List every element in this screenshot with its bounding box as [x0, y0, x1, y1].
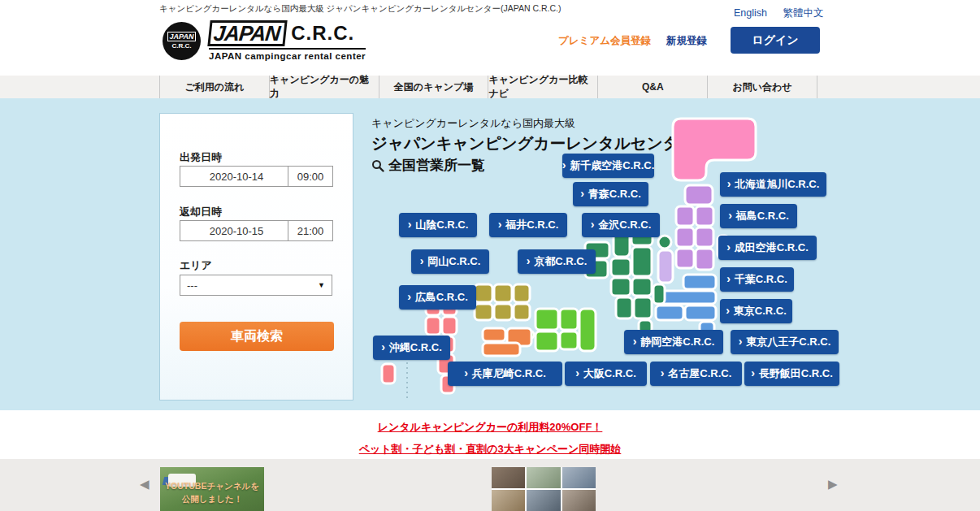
branch-button-shinchitose[interactable]: ›新千歳空港C.R.C.	[562, 154, 654, 178]
branch-label: 兵庫尼崎C.R.C.	[472, 366, 546, 381]
branch-button-narita[interactable]: ›成田空港C.R.C.	[718, 236, 817, 260]
carousel-prev-button[interactable]: ◀	[140, 477, 150, 492]
branch-button-nagano-iida[interactable]: ›長野飯田C.R.C.	[744, 362, 839, 386]
branch-button-hyogo-amagasaki[interactable]: ›兵庫尼崎C.R.C.	[448, 362, 562, 386]
branch-button-osaka[interactable]: ›大阪C.R.C.	[565, 362, 647, 386]
chevron-right-icon: ›	[498, 219, 502, 230]
area-label: エリア	[180, 258, 212, 273]
collage-photo	[527, 467, 560, 488]
site-tagline: キャンピングカーレンタルなら国内最大級 ジャパンキャンピングカーレンタルセンター…	[159, 3, 562, 15]
campaign-link-3campaigns[interactable]: ペット割・子ども割・直割の3大キャンペーン同時開始	[0, 442, 980, 457]
chevron-right-icon: ›	[739, 336, 743, 347]
signup-link[interactable]: 新規登録	[666, 34, 707, 48]
logo-badge-icon: JAPAN C.R.C.	[163, 22, 201, 60]
chevron-right-icon: ›	[580, 188, 584, 199]
branch-button-hiroshima[interactable]: ›広島C.R.C.	[399, 285, 476, 310]
branch-button-okinawa[interactable]: ›沖縄C.R.C.	[373, 336, 450, 360]
branch-button-asahikawa[interactable]: ›北海道旭川C.R.C.	[720, 172, 826, 197]
branch-button-fukushima[interactable]: ›福島C.R.C.	[720, 204, 797, 228]
branch-label: 福島C.R.C.	[736, 209, 789, 223]
branch-label: 広島C.R.C.	[415, 290, 468, 305]
banner-youtube-line1: YOUTUBEチャンネルを	[160, 480, 264, 493]
branch-label: 金沢C.R.C.	[598, 218, 651, 232]
branch-label: 青森C.R.C.	[588, 187, 641, 201]
branch-button-kanazawa[interactable]: ›金沢C.R.C.	[582, 213, 660, 237]
language-switcher: English 繁體中文	[734, 6, 836, 20]
logo-wordmark-japan: JAPAN	[207, 20, 288, 46]
branch-button-hachioji[interactable]: ›東京八王子C.R.C.	[731, 330, 839, 354]
chevron-right-icon: ›	[575, 367, 579, 379]
main-section: 出発日時 返却日時 エリア --- ▼ 車両検索 キャンピングカーレン	[0, 98, 980, 410]
chevron-right-icon: ›	[420, 255, 424, 266]
logo-wordmark-crc: C.R.C.	[291, 24, 354, 43]
collage-photo	[492, 490, 525, 511]
branch-label: 岡山C.R.C.	[427, 254, 480, 269]
return-time-input[interactable]	[288, 220, 333, 241]
chevron-right-icon: ›	[591, 219, 595, 230]
carousel-next-button[interactable]: ▶	[828, 477, 838, 492]
banner-photo-collage[interactable]	[492, 467, 596, 511]
chevron-right-icon: ›	[661, 367, 665, 379]
chevron-right-icon: ›	[751, 367, 755, 379]
return-label: 返却日時	[180, 205, 222, 219]
banner-youtube[interactable]: YOUTUBEチャンネルを 公開しました！	[160, 467, 264, 511]
branch-button-aomori[interactable]: ›青森C.R.C.	[573, 182, 648, 206]
lang-chinese-link[interactable]: 繁體中文	[783, 7, 823, 19]
logo-caption: JAPAN campingcar rental center	[209, 51, 366, 61]
chevron-right-icon: ›	[727, 178, 731, 189]
map-region-chugoku	[475, 284, 530, 320]
branch-button-nagoya[interactable]: ›名古屋C.R.C.	[650, 362, 742, 386]
branch-label: 京都C.R.C.	[534, 254, 587, 269]
branch-button-sanin[interactable]: ›山陰C.R.C.	[399, 213, 477, 237]
banner-youtube-line2: 公開しました！	[160, 493, 264, 506]
nav-item-compare[interactable]: キャンピングカー比較ナビ	[488, 76, 597, 98]
branch-label: 静岡空港C.R.C.	[640, 335, 714, 349]
main-nav: ご利用の流れ キャンピングカーの魅力 全国のキャンプ場 キャンピングカー比較ナビ…	[0, 76, 980, 98]
branch-button-shizuoka-airport[interactable]: ›静岡空港C.R.C.	[624, 330, 723, 354]
departure-time-input[interactable]	[288, 166, 333, 187]
chevron-right-icon: ›	[633, 336, 637, 347]
departure-label: 出発日時	[180, 150, 222, 165]
area-select[interactable]: --- ▼	[180, 275, 332, 296]
nav-item-campsites[interactable]: 全国のキャンプ場	[379, 76, 488, 98]
departure-date-input[interactable]	[180, 166, 293, 187]
chevron-right-icon: ›	[527, 255, 531, 266]
premium-signup-link[interactable]: プレミアム会員登録	[558, 34, 651, 48]
vehicle-search-button[interactable]: 車両検索	[180, 322, 334, 351]
caret-down-icon: ▼	[318, 281, 325, 289]
collage-photo	[527, 490, 560, 511]
banner-carousel: ◀ YOUTUBEチャンネルを 公開しました！ ★★★★★ くるまの旅 新発想キ…	[0, 459, 980, 511]
nav-item-contact[interactable]: お問い合わせ	[707, 76, 817, 98]
campaign-link-20off[interactable]: レンタルキャンピングカーの利用料20%OFF！	[0, 420, 980, 435]
branch-label: 成田空港C.R.C.	[735, 240, 809, 255]
branch-label: 東京C.R.C.	[734, 304, 787, 318]
chevron-right-icon: ›	[407, 291, 411, 302]
branch-label: 新千歳空港C.R.C.	[570, 158, 654, 173]
site-logo[interactable]: JAPAN C.R.C. JAPAN C.R.C. JAPAN campingc…	[163, 21, 366, 60]
branch-button-okayama[interactable]: ›岡山C.R.C.	[411, 249, 489, 274]
collage-photo	[492, 467, 525, 488]
search-panel: 出発日時 返却日時 エリア --- ▼ 車両検索	[159, 113, 353, 401]
branch-label: 東京八王子C.R.C.	[746, 335, 830, 349]
branch-label: 福井C.R.C.	[505, 218, 558, 232]
nav-item-qa[interactable]: Q&A	[597, 76, 707, 98]
chevron-right-icon: ›	[726, 305, 730, 316]
branch-button-chiba[interactable]: ›千葉C.R.C.	[720, 267, 794, 292]
nav-item-flow[interactable]: ご利用の流れ	[159, 76, 269, 98]
branch-label: 沖縄C.R.C.	[389, 340, 442, 355]
map-region-shikoku	[483, 328, 531, 356]
branch-label: 千葉C.R.C.	[735, 272, 787, 287]
nav-item-appeal[interactable]: キャンピングカーの魅力	[269, 76, 379, 98]
branch-button-kyoto[interactable]: ›京都C.R.C.	[518, 249, 596, 274]
chevron-right-icon: ›	[726, 273, 731, 284]
logo-badge-bottom: C.R.C.	[172, 42, 192, 50]
branch-button-tokyo[interactable]: ›東京C.R.C.	[720, 299, 792, 323]
branch-label: 長野飯田C.R.C.	[759, 366, 833, 381]
login-button[interactable]: ログイン	[731, 27, 820, 54]
lang-english-link[interactable]: English	[734, 7, 767, 19]
return-date-input[interactable]	[180, 220, 293, 241]
branch-label: 大阪C.R.C.	[583, 366, 636, 381]
logo-wordmark: JAPAN C.R.C. JAPAN campingcar rental cen…	[209, 20, 366, 61]
branch-button-fukui[interactable]: ›福井C.R.C.	[489, 213, 567, 237]
area-select-value: ---	[187, 279, 197, 292]
